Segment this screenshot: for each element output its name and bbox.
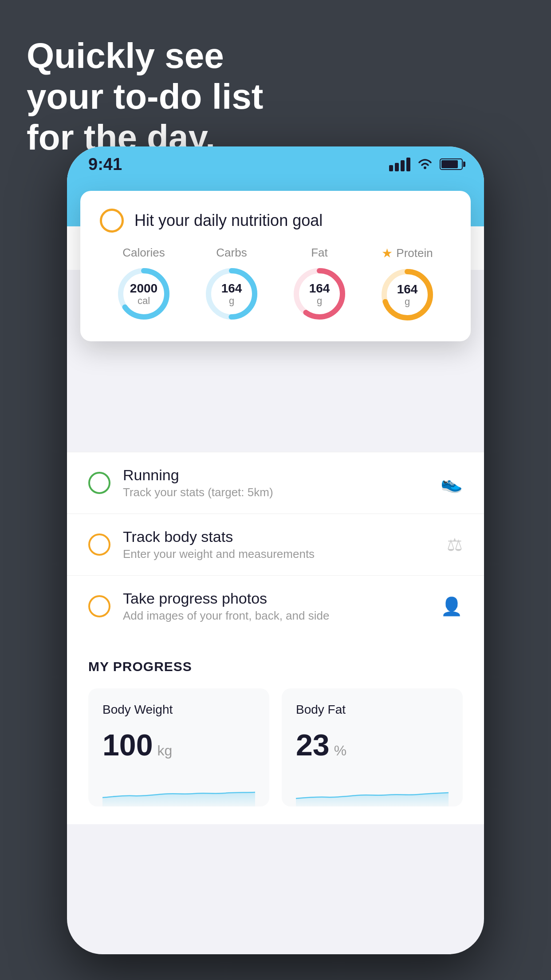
nutrition-circles-row: Calories 2000 cal Carbs [100, 246, 451, 324]
todo-photos-text: Take progress photos Add images of your … [123, 590, 428, 623]
carbs-unit: g [221, 295, 242, 306]
calories-donut: 2000 cal [115, 265, 173, 323]
todo-item-running[interactable]: Running Track your stats (target: 5km) 👟 [67, 452, 484, 514]
status-bar: 9:41 [67, 146, 484, 182]
nutrition-item-carbs: Carbs 164 g [203, 246, 260, 323]
fat-donut: 164 g [291, 265, 348, 323]
todo-circle-body-stats [88, 533, 110, 556]
nutrition-item-fat: Fat 164 g [291, 246, 348, 323]
todo-body-stats-text: Track body stats Enter your weight and m… [123, 528, 434, 561]
calories-value: 2000 [130, 282, 157, 296]
nutrition-card: Hit your daily nutrition goal Calories 2… [80, 191, 471, 341]
todo-running-subtitle: Track your stats (target: 5km) [123, 486, 428, 499]
calories-unit: cal [130, 295, 157, 306]
protein-value: 164 [397, 283, 418, 296]
todo-circle-photos [88, 595, 110, 617]
todo-running-title: Running [123, 466, 428, 484]
todo-item-body-stats[interactable]: Track body stats Enter your weight and m… [67, 514, 484, 575]
body-weight-unit: kg [157, 743, 172, 759]
body-fat-value-row: 23 % [296, 727, 449, 762]
todo-circle-running [88, 472, 110, 494]
signal-icon [389, 158, 410, 171]
todo-photos-title: Take progress photos [123, 590, 428, 607]
protein-donut: 164 g [378, 266, 436, 324]
task-circle-nutrition[interactable] [100, 209, 124, 233]
scale-icon: ⚖ [447, 534, 463, 555]
body-fat-unit: % [334, 743, 346, 759]
body-fat-card[interactable]: Body Fat 23 % [282, 688, 463, 806]
fat-label: Fat [311, 246, 328, 260]
calories-label: Calories [122, 246, 165, 260]
todo-body-stats-title: Track body stats [123, 528, 434, 545]
status-icons [389, 158, 463, 171]
progress-cards-row: Body Weight 100 kg [88, 688, 463, 806]
svg-point-0 [424, 166, 426, 169]
protein-label: Protein [396, 246, 433, 260]
my-progress-section: MY PROGRESS Body Weight 100 kg [67, 637, 484, 824]
nutrition-item-calories: Calories 2000 cal [115, 246, 173, 323]
todo-list: Running Track your stats (target: 5km) 👟… [67, 452, 484, 637]
fat-value: 164 [309, 282, 330, 296]
carbs-label: Carbs [216, 246, 247, 260]
running-icon: 👟 [441, 473, 463, 494]
fat-unit: g [309, 295, 330, 306]
body-fat-value: 23 [296, 727, 330, 762]
carbs-donut: 164 g [203, 265, 260, 323]
body-weight-value: 100 [102, 727, 153, 762]
body-weight-card[interactable]: Body Weight 100 kg [88, 688, 269, 806]
todo-running-text: Running Track your stats (target: 5km) [123, 466, 428, 499]
protein-label-row: ★ Protein [382, 246, 433, 261]
my-progress-header: MY PROGRESS [88, 659, 463, 674]
body-weight-value-row: 100 kg [102, 727, 255, 762]
body-weight-card-title: Body Weight [102, 703, 255, 717]
carbs-value: 164 [221, 282, 242, 296]
background-headline: Quickly see your to-do list for the day. [27, 36, 263, 158]
photo-person-icon: 👤 [441, 596, 463, 617]
wifi-icon [417, 158, 433, 170]
body-fat-card-title: Body Fat [296, 703, 449, 717]
todo-item-photos[interactable]: Take progress photos Add images of your … [67, 575, 484, 637]
nutrition-item-protein: ★ Protein 164 g [378, 246, 436, 324]
protein-unit: g [397, 296, 418, 307]
star-icon: ★ [382, 246, 393, 261]
phone-frame: 9:41 Dashboard [67, 146, 484, 954]
status-time: 9:41 [88, 155, 122, 174]
todo-body-stats-subtitle: Enter your weight and measurements [123, 547, 434, 561]
battery-icon [440, 158, 463, 170]
body-fat-chart [296, 775, 449, 806]
todo-photos-subtitle: Add images of your front, back, and side [123, 609, 428, 623]
body-weight-chart [102, 775, 255, 806]
nutrition-card-title: Hit your daily nutrition goal [134, 211, 323, 230]
